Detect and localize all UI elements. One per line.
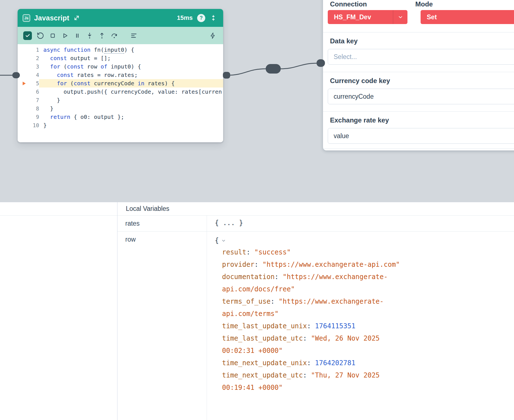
pause-icon[interactable]	[74, 32, 81, 39]
step-into-icon[interactable]	[86, 32, 93, 39]
code-line-7[interactable]: 7 }	[18, 96, 223, 104]
line-number[interactable]: 8	[18, 104, 39, 113]
mode-button-label: Set	[427, 13, 437, 21]
code-text: const output = [];	[39, 54, 223, 62]
exchange-rate-key-label: Exchange rate key	[323, 116, 514, 124]
config-panel: Connection Mode HS_FM_Dev Set Data key C…	[323, 0, 514, 150]
javascript-node[interactable]: Js Javascript 15ms ?	[18, 9, 223, 142]
code-text: async function fn(input0) {	[39, 46, 223, 54]
code-line-1[interactable]: 1async function fn(input0) {	[18, 46, 223, 54]
code-lines: 1async function fn(input0) {2 const outp…	[18, 46, 223, 129]
inspector-left-pane	[0, 202, 117, 420]
step-out-icon[interactable]	[98, 32, 106, 39]
line-number[interactable]: 2	[18, 54, 39, 62]
object-entry: time_next_update_unix: 1764202781	[222, 357, 411, 369]
inspector-panel: Local Variables rates { ... } row { resu…	[0, 202, 514, 420]
node-input-port[interactable]	[12, 72, 20, 78]
node-header: Js Javascript 15ms ?	[18, 9, 223, 27]
mode-label: Mode	[415, 0, 433, 8]
code-text: output.push({ currencyCode, value: rates…	[39, 88, 223, 96]
play-icon[interactable]	[61, 32, 69, 39]
code-line-2[interactable]: 2 const output = [];	[18, 54, 223, 62]
execution-duration: 15ms	[177, 14, 193, 22]
variable-preview-rates[interactable]: { ... }	[207, 216, 514, 231]
stop-icon[interactable]	[49, 32, 56, 39]
object-entry: time_next_update_utc: "Thu, 27 Nov 2025 …	[222, 369, 411, 394]
data-key-input[interactable]	[328, 49, 514, 65]
object-entry: documentation: "https://www.exchangerate…	[222, 271, 411, 295]
mode-set-button[interactable]: Set	[421, 10, 514, 24]
code-text: return { o0: output };	[39, 113, 223, 121]
code-text: }	[39, 104, 223, 113]
step-over-icon[interactable]	[110, 32, 118, 39]
row-entries: result: "success"provider: "https://www.…	[215, 246, 411, 394]
local-variables-header: Local Variables	[117, 202, 514, 216]
panel-divider	[323, 72, 514, 72]
code-text: }	[39, 121, 223, 129]
restart-icon[interactable]	[37, 32, 44, 39]
code-editor[interactable]: 1async function fn(input0) {2 const outp…	[18, 44, 223, 142]
local-variables-title: Local Variables	[126, 205, 169, 213]
object-entry: result: "success"	[222, 246, 411, 258]
code-line-4[interactable]: 4 const rates = row.rates;	[18, 71, 223, 79]
line-number[interactable]: 1	[18, 46, 39, 54]
connection-value: HS_FM_Dev	[334, 13, 371, 21]
variable-row-rates[interactable]: rates { ... }	[117, 216, 514, 232]
wire-midpoint-handle[interactable]	[266, 64, 281, 74]
code-line-3[interactable]: 3 for (const row of input0) {	[18, 62, 223, 71]
line-number[interactable]: 3	[18, 62, 39, 71]
variable-value-row: { result: "success"provider: "https://ww…	[207, 232, 514, 420]
code-line-6[interactable]: 6 output.push({ currencyCode, value: rat…	[18, 88, 223, 96]
code-line-5[interactable]: 5 for (const currencyCode in rates) {	[18, 79, 223, 88]
line-number[interactable]: 5	[18, 79, 39, 88]
line-number[interactable]: 10	[18, 121, 39, 129]
exchange-rate-key-input[interactable]	[328, 128, 514, 144]
data-key-label: Data key	[323, 37, 514, 45]
chevron-down-icon[interactable]	[393, 10, 407, 24]
app-screen: Js Javascript 15ms ?	[0, 0, 514, 420]
object-entry: time_last_update_utc: "Wed, 26 Nov 2025 …	[222, 332, 411, 357]
collapse-object-icon[interactable]	[221, 238, 226, 243]
panel-divider	[323, 111, 514, 112]
code-text: const rates = row.rates;	[39, 71, 223, 79]
execution-pointer-icon	[22, 81, 27, 86]
collapse-icon[interactable]	[210, 14, 217, 22]
panel-divider	[323, 32, 514, 32]
next-node-input-port[interactable]	[317, 59, 325, 67]
open-brace: {	[215, 235, 219, 246]
code-text: for (const currencyCode in rates) {	[39, 79, 223, 88]
node-output-port[interactable]	[223, 72, 230, 79]
inspector-left-header	[0, 202, 117, 216]
local-variables-pane: Local Variables rates { ... } row { resu…	[117, 202, 514, 420]
debug-toolbar	[18, 27, 223, 44]
code-line-10[interactable]: 10}	[18, 121, 223, 129]
object-entry: time_last_update_unix: 1764115351	[222, 320, 411, 332]
workflow-canvas[interactable]: Js Javascript 15ms ?	[0, 0, 514, 202]
connection-label: Connection	[323, 0, 415, 8]
code-line-9[interactable]: 9 return { o0: output };	[18, 113, 223, 121]
js-icon: Js	[23, 14, 30, 22]
variable-name-row: row	[117, 232, 207, 420]
help-icon[interactable]: ?	[197, 14, 205, 22]
currency-code-key-label: Currency code key	[323, 77, 514, 85]
line-number[interactable]: 6	[18, 88, 39, 96]
flash-icon[interactable]	[209, 32, 216, 39]
line-number[interactable]: 7	[18, 96, 39, 104]
expand-icon[interactable]	[73, 15, 80, 21]
run-success-button[interactable]	[23, 31, 32, 40]
code-text: for (const row of input0) {	[39, 62, 223, 71]
variable-row-row: row { result: "success"provider: "https:…	[117, 232, 514, 420]
currency-code-key-input[interactable]	[328, 89, 514, 104]
line-number[interactable]: 9	[18, 113, 39, 121]
panel-divider	[323, 148, 514, 149]
object-entry: provider: "https://www.exchangerate-api.…	[222, 258, 411, 271]
code-line-8[interactable]: 8 }	[18, 104, 223, 113]
object-entry: terms_of_use: "https://www.exchangerate-…	[222, 295, 411, 320]
variable-name-rates: rates	[117, 216, 207, 231]
connection-select-button[interactable]: HS_FM_Dev	[328, 10, 407, 24]
code-text: }	[39, 96, 223, 104]
line-number[interactable]: 4	[18, 71, 39, 79]
node-title: Javascript	[34, 14, 69, 22]
format-code-icon[interactable]	[130, 32, 138, 39]
